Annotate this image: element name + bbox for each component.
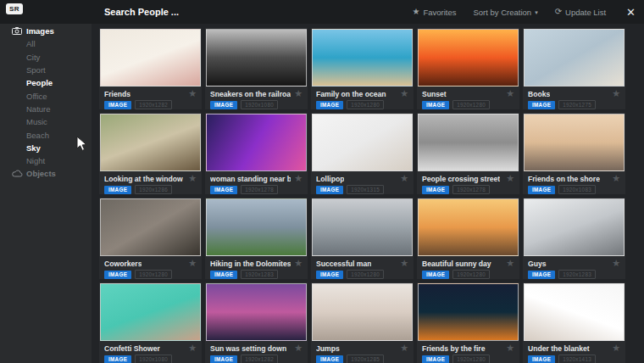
favorite-star-icon[interactable]: ★ <box>188 89 197 98</box>
image-thumbnail[interactable] <box>524 198 625 256</box>
image-card[interactable]: Lollipop★IMAGE1920x1315 <box>311 113 414 194</box>
close-icon[interactable]: ✕ <box>626 7 636 18</box>
sidebar-section-label: Images <box>26 26 54 36</box>
favorite-star-icon[interactable]: ★ <box>612 343 620 353</box>
favorite-star-icon[interactable]: ★ <box>506 89 514 98</box>
sidebar-section-objects[interactable]: Objects <box>0 167 92 180</box>
image-card[interactable]: woman standing near buildings★IMAGE1920x… <box>205 113 308 194</box>
favorite-star-icon[interactable]: ★ <box>400 174 408 183</box>
image-thumbnail[interactable] <box>524 114 625 171</box>
favorite-star-icon[interactable]: ★ <box>400 89 408 98</box>
sidebar-item-people[interactable]: People <box>0 76 92 89</box>
card-badge-row: IMAGE1920x1413 <box>523 354 625 363</box>
card-badge-row: IMAGE1920x1280 <box>417 354 519 363</box>
favorite-star-icon[interactable]: ★ <box>294 89 303 98</box>
sidebar-item-city[interactable]: City <box>0 51 92 64</box>
image-card[interactable]: Family on the ocean★IMAGE1920x1280 <box>311 28 414 109</box>
image-thumbnail[interactable] <box>206 283 307 341</box>
update-list-label: Update List <box>565 8 606 17</box>
card-title-row: Family on the ocean★ <box>311 87 414 99</box>
image-card[interactable]: Under the blanket★IMAGE1920x1413 <box>523 282 625 363</box>
image-thumbnail[interactable] <box>524 29 625 87</box>
image-card[interactable]: Successful man★IMAGE1920x1280 <box>311 198 414 279</box>
image-card[interactable]: Coworkers★IMAGE1920x1280 <box>99 198 202 279</box>
sort-dropdown[interactable]: Sort by Creation ▾ <box>473 8 537 17</box>
image-thumbnail[interactable] <box>312 283 413 341</box>
resolution-chip: 1920x1280 <box>452 355 490 363</box>
card-title-row: Successful man★ <box>311 257 414 269</box>
image-thumbnail[interactable] <box>418 198 519 256</box>
image-card[interactable]: Looking at the window★IMAGE1920x1286 <box>99 113 202 194</box>
image-thumbnail[interactable] <box>206 29 307 87</box>
type-badge: IMAGE <box>528 186 555 194</box>
image-card[interactable]: Jumps★IMAGE1920x1285 <box>311 282 414 363</box>
card-title: Jumps <box>316 344 340 353</box>
image-card[interactable]: Sneakers on the railroad★IMAGE1920x1080 <box>205 28 308 109</box>
image-thumbnail[interactable] <box>100 114 201 171</box>
topbar-actions: ★ Favorites Sort by Creation ▾ ⟳ Update … <box>412 0 636 24</box>
image-card[interactable]: Hiking in the Dolomites★IMAGE1920x1283 <box>205 198 308 279</box>
image-thumbnail[interactable] <box>100 29 201 87</box>
image-thumbnail[interactable] <box>206 114 307 171</box>
favorite-star-icon[interactable]: ★ <box>506 343 514 353</box>
favorites-button[interactable]: ★ Favorites <box>412 8 456 17</box>
sidebar-section-images[interactable]: Images <box>0 25 92 37</box>
type-badge: IMAGE <box>210 186 237 194</box>
sidebar-item-night[interactable]: Night <box>0 154 92 167</box>
topbar: SR Search People ... ★ Favorites Sort by… <box>0 0 644 24</box>
card-title: Sneakers on the railroad <box>210 90 291 98</box>
image-thumbnail[interactable] <box>206 198 307 256</box>
image-thumbnail[interactable] <box>418 283 519 341</box>
image-thumbnail[interactable] <box>312 198 413 256</box>
resolution-chip: 1920x1080 <box>135 355 172 363</box>
image-card[interactable]: Guys★IMAGE1920x1283 <box>523 198 625 279</box>
search-input[interactable]: Search People ... <box>104 0 179 24</box>
sidebar-item-music[interactable]: Music <box>0 115 92 128</box>
image-card[interactable]: Friends on the shore★IMAGE1920x1083 <box>523 113 625 194</box>
image-card[interactable]: Sun was setting down★IMAGE1920x1282 <box>205 282 308 363</box>
favorite-star-icon[interactable]: ★ <box>400 343 408 353</box>
favorite-star-icon[interactable]: ★ <box>188 174 197 183</box>
favorite-star-icon[interactable]: ★ <box>506 259 514 268</box>
favorite-star-icon[interactable]: ★ <box>400 259 408 268</box>
favorite-star-icon[interactable]: ★ <box>506 174 514 183</box>
sidebar-item-sport[interactable]: Sport <box>0 64 92 76</box>
image-thumbnail[interactable] <box>524 283 625 341</box>
image-thumbnail[interactable] <box>100 283 201 341</box>
favorite-star-icon[interactable]: ★ <box>188 343 197 353</box>
image-card[interactable]: Sunset★IMAGE1920x1280 <box>417 28 519 109</box>
image-card[interactable]: Friends by the fire★IMAGE1920x1280 <box>417 282 519 363</box>
type-badge: IMAGE <box>316 101 343 109</box>
card-badge-row: IMAGE1920x1286 <box>99 184 202 195</box>
favorite-star-icon[interactable]: ★ <box>612 89 620 98</box>
image-card[interactable]: People crossing street★IMAGE1920x1278 <box>417 113 519 194</box>
sidebar-item-office[interactable]: Office <box>0 89 92 102</box>
image-thumbnail[interactable] <box>418 114 519 171</box>
sidebar-item-nature[interactable]: Nature <box>0 103 92 115</box>
favorite-star-icon[interactable]: ★ <box>294 259 303 268</box>
favorite-star-icon[interactable]: ★ <box>612 259 620 268</box>
card-title: People crossing street <box>422 175 500 183</box>
card-title: Guys <box>528 260 547 268</box>
resolution-chip: 1920x1315 <box>347 185 384 194</box>
favorite-star-icon[interactable]: ★ <box>294 174 303 183</box>
sidebar-item-all[interactable]: All <box>0 37 92 50</box>
image-thumbnail[interactable] <box>100 198 201 256</box>
favorite-star-icon[interactable]: ★ <box>188 259 197 268</box>
image-card[interactable]: Friends★IMAGE1920x1282 <box>99 28 202 109</box>
sidebar-item-beach[interactable]: Beach <box>0 128 92 141</box>
favorite-star-icon[interactable]: ★ <box>294 343 303 353</box>
resolution-chip: 1920x1280 <box>452 270 490 279</box>
image-card[interactable]: Confetti Shower★IMAGE1920x1080 <box>99 282 202 363</box>
resolution-chip: 1920x1280 <box>135 270 172 279</box>
resolution-chip: 1920x1280 <box>347 100 384 109</box>
resolution-chip: 1920x1285 <box>347 355 384 363</box>
image-thumbnail[interactable] <box>418 29 519 87</box>
image-card[interactable]: Beautiful sunny day★IMAGE1920x1280 <box>417 198 519 279</box>
image-thumbnail[interactable] <box>312 29 413 87</box>
image-thumbnail[interactable] <box>312 114 413 171</box>
favorite-star-icon[interactable]: ★ <box>612 174 620 183</box>
sidebar-item-sky[interactable]: Sky <box>0 142 92 154</box>
image-card[interactable]: Books★IMAGE1920x1275 <box>523 28 625 109</box>
update-list-button[interactable]: ⟳ Update List <box>555 8 606 17</box>
